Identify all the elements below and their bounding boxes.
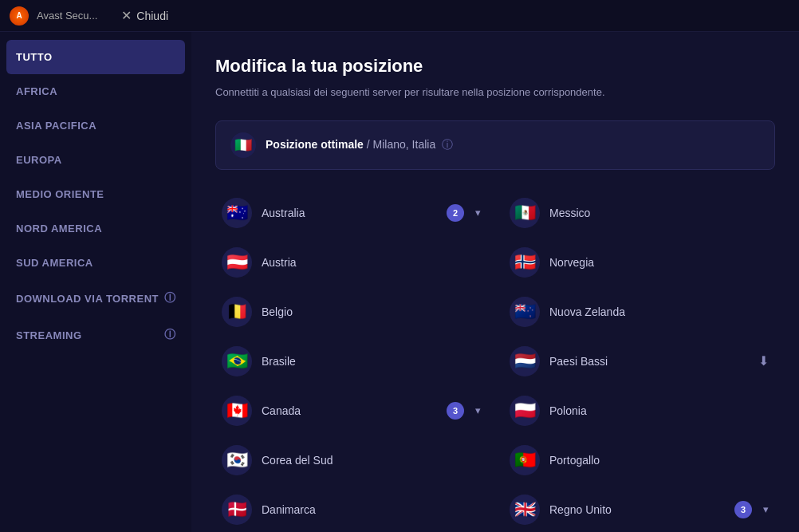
regno-unito-server-badge: 3	[734, 501, 752, 518]
page-subtitle: Connettiti a qualsiasi dei seguenti serv…	[215, 85, 775, 100]
top-bar: A Avast Secu... ✕ Chiudi	[0, 0, 799, 32]
belgio-flag: 🇧🇪	[222, 297, 252, 327]
close-label: Chiudi	[136, 10, 168, 22]
country-item-danimarca[interactable]: 🇩🇰Danimarca	[215, 487, 487, 533]
sidebar-item-label: EUROPA	[16, 154, 62, 166]
sidebar-item-label: MEDIO ORIENTE	[16, 188, 104, 200]
polonia-name: Polonia	[549, 404, 769, 417]
brasile-flag: 🇧🇷	[222, 346, 252, 376]
close-icon: ✕	[121, 8, 132, 23]
country-item-corea-del-sud[interactable]: 🇰🇷Corea del Sud	[215, 437, 487, 483]
italy-flag: 🇮🇹	[230, 132, 256, 158]
danimarca-name: Danimarca	[262, 503, 481, 516]
country-grid: 🇦🇺Australia2▾🇲🇽Messico🇦🇹Austria🇳🇴Norvegi…	[215, 190, 775, 533]
regno-unito-chevron-icon[interactable]: ▾	[763, 503, 769, 515]
sidebar-item-sud-america[interactable]: SUD AMERICA	[0, 246, 191, 280]
sidebar-item-label: DOWNLOAD VIA TORRENT	[16, 293, 159, 305]
austria-flag: 🇦🇹	[222, 247, 252, 278]
nuova-zelanda-flag: 🇳🇿	[510, 297, 540, 327]
close-button[interactable]: ✕ Chiudi	[121, 8, 168, 23]
optimal-text: Posizione ottimale / Milano, Italia ⓘ	[266, 138, 453, 152]
sidebar-item-download-torrent[interactable]: DOWNLOAD VIA TORRENTⓘ	[0, 280, 191, 317]
country-item-canada[interactable]: 🇨🇦Canada3▾	[215, 388, 487, 434]
app-title: Avast Secu...	[37, 10, 97, 22]
australia-server-badge: 2	[447, 204, 464, 222]
country-item-paesi-bassi[interactable]: 🇳🇱Paesi Bassi⬇	[503, 338, 775, 384]
danimarca-flag: 🇩🇰	[222, 495, 252, 525]
sidebar-info-icon: ⓘ	[164, 328, 176, 342]
sidebar-item-label: NORD AMERICA	[16, 223, 102, 234]
country-item-regno-unito[interactable]: 🇬🇧Regno Unito3▾	[503, 487, 775, 533]
canada-name: Canada	[262, 404, 437, 417]
sidebar-item-europa[interactable]: EUROPA	[0, 143, 191, 177]
sidebar-item-label: AFRICA	[16, 85, 57, 97]
optimal-position-bar[interactable]: 🇮🇹 Posizione ottimale / Milano, Italia ⓘ	[215, 120, 775, 170]
brasile-name: Brasile	[262, 355, 481, 368]
corea-del-sud-flag: 🇰🇷	[222, 445, 252, 475]
australia-chevron-icon[interactable]: ▾	[475, 207, 481, 219]
sidebar-item-nord-america[interactable]: NORD AMERICA	[0, 211, 191, 246]
sidebar-item-tutto[interactable]: TUTTO	[6, 40, 185, 74]
sidebar-item-label: TUTTO	[16, 51, 53, 63]
sidebar-item-asia-pacifica[interactable]: ASIA PACIFICA	[0, 108, 191, 143]
paesi-bassi-download-icon[interactable]: ⬇	[758, 353, 769, 368]
sidebar-item-label: STREAMING	[16, 329, 82, 341]
canada-server-badge: 3	[447, 402, 464, 420]
optimal-info-icon[interactable]: ⓘ	[442, 138, 453, 151]
regno-unito-flag: 🇬🇧	[510, 495, 540, 525]
paesi-bassi-flag: 🇳🇱	[510, 346, 540, 376]
portogallo-flag: 🇵🇹	[510, 445, 540, 475]
sidebar-item-medio-oriente[interactable]: MEDIO ORIENTE	[0, 177, 191, 211]
country-item-austria[interactable]: 🇦🇹Austria	[215, 239, 487, 286]
sidebar-info-icon: ⓘ	[164, 291, 176, 305]
sidebar-item-label: SUD AMERICA	[16, 257, 93, 269]
page-title: Modifica la tua posizione	[215, 56, 775, 77]
country-item-polonia[interactable]: 🇵🇱Polonia	[503, 388, 775, 434]
norvegia-flag: 🇳🇴	[510, 247, 540, 278]
corea-del-sud-name: Corea del Sud	[262, 454, 481, 467]
canada-chevron-icon[interactable]: ▾	[475, 404, 481, 416]
canada-flag: 🇨🇦	[222, 396, 252, 426]
country-item-norvegia[interactable]: 🇳🇴Norvegia	[503, 239, 775, 286]
country-item-belgio[interactable]: 🇧🇪Belgio	[215, 289, 487, 335]
australia-name: Australia	[262, 207, 437, 219]
content-area: Modifica la tua posizione Connettiti a q…	[191, 32, 799, 532]
main-layout: TUTTOAFRICAASIA PACIFICAEUROPAMEDIO ORIE…	[0, 32, 799, 532]
australia-flag: 🇦🇺	[222, 198, 252, 228]
portogallo-name: Portogallo	[549, 454, 769, 467]
sidebar-item-africa[interactable]: AFRICA	[0, 74, 191, 108]
messico-name: Messico	[549, 207, 769, 219]
avast-logo: A	[10, 6, 29, 26]
country-item-nuova-zelanda[interactable]: 🇳🇿Nuova Zelanda	[503, 289, 775, 335]
norvegia-name: Norvegia	[549, 256, 769, 269]
country-item-australia[interactable]: 🇦🇺Australia2▾	[215, 190, 487, 236]
country-item-messico[interactable]: 🇲🇽Messico	[503, 190, 775, 236]
polonia-flag: 🇵🇱	[510, 396, 540, 426]
messico-flag: 🇲🇽	[510, 198, 540, 228]
austria-name: Austria	[262, 256, 481, 269]
sidebar: TUTTOAFRICAASIA PACIFICAEUROPAMEDIO ORIE…	[0, 32, 191, 532]
sidebar-item-streaming[interactable]: STREAMINGⓘ	[0, 317, 191, 353]
country-item-portogallo[interactable]: 🇵🇹Portogallo	[503, 437, 775, 483]
paesi-bassi-name: Paesi Bassi	[549, 355, 746, 368]
regno-unito-name: Regno Unito	[549, 503, 725, 516]
nuova-zelanda-name: Nuova Zelanda	[549, 305, 769, 318]
sidebar-item-label: ASIA PACIFICA	[16, 120, 96, 132]
country-item-brasile[interactable]: 🇧🇷Brasile	[215, 338, 487, 384]
belgio-name: Belgio	[262, 305, 481, 318]
